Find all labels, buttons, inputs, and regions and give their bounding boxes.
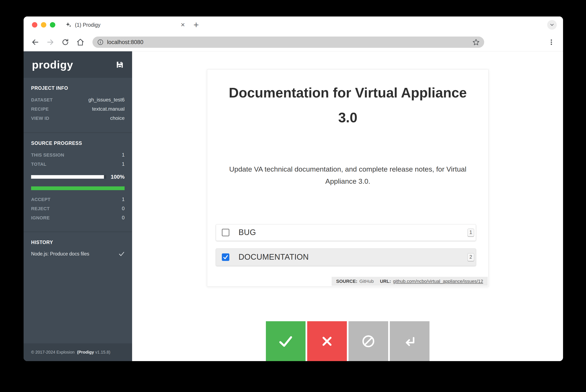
bookmark-star-icon[interactable] [473, 38, 480, 46]
check-icon [222, 254, 229, 260]
meta-source-value: GitHub [359, 279, 374, 284]
page-content: prodigy PROJECT INFO DATASET gh_issues_t… [23, 51, 563, 361]
browser-menu-button[interactable] [547, 38, 556, 47]
reject-button[interactable] [307, 321, 347, 361]
source-progress-section: SOURCE PROGRESS THIS SESSION 1 TOTAL 1 1… [23, 133, 132, 232]
sidebar-header: prodigy [23, 51, 132, 78]
url-text: localhost:8080 [107, 39, 473, 46]
annotation-area: Documentation for Virtual Appliance 3.0 … [132, 51, 563, 361]
info-row-view-id: VIEW ID choice [31, 114, 125, 123]
maximize-window-button[interactable] [50, 22, 55, 28]
total-progress-bar [31, 186, 125, 190]
option-documentation[interactable]: DOCUMENTATION 2 [216, 248, 476, 266]
save-icon[interactable] [116, 61, 124, 69]
task-text: Update VA technical documentation, and c… [223, 163, 473, 188]
section-title: HISTORY [31, 240, 125, 245]
action-buttons [266, 321, 430, 361]
check-icon [277, 332, 295, 350]
checkbox-checked[interactable] [222, 254, 229, 261]
browser-tab[interactable]: (1) Prodigy ✕ [65, 22, 186, 28]
kebab-menu-icon [548, 38, 555, 46]
forward-button[interactable] [46, 38, 55, 47]
sidebar-footer: © 2017-2024 Explosion (Prodigy v1.15.8) [23, 343, 132, 361]
address-row: localhost:8080 [23, 33, 563, 51]
address-bar[interactable]: localhost:8080 [92, 36, 484, 48]
meta-url-link[interactable]: github.com/ncbo/virtual_appliance/issues… [393, 279, 483, 284]
session-progress-bar: 100% [31, 174, 125, 180]
annotation-card: Documentation for Virtual Appliance 3.0 … [207, 69, 489, 286]
home-icon [76, 38, 84, 46]
chevron-down-icon [549, 22, 555, 28]
ignore-button[interactable] [349, 321, 388, 361]
tab-strip: (1) Prodigy ✕ + [23, 16, 563, 33]
reload-button[interactable] [61, 38, 70, 47]
browser-chevron-button[interactable] [547, 20, 557, 30]
task-title: Documentation for Virtual Appliance 3.0 [228, 80, 468, 130]
forward-arrow-icon [46, 38, 54, 46]
minimize-window-button[interactable] [41, 22, 46, 28]
browser-window: (1) Prodigy ✕ + localhost:8080 [23, 16, 563, 361]
accept-button[interactable] [266, 321, 306, 361]
count-row-reject: REJECT 0 [31, 204, 125, 213]
task-meta: SOURCE: GitHub URL: github.com/ncbo/virt… [332, 277, 488, 286]
reload-icon [61, 38, 69, 46]
section-title: PROJECT INFO [31, 85, 125, 91]
tab-close-icon[interactable]: ✕ [179, 22, 186, 28]
section-title: SOURCE PROGRESS [31, 140, 125, 146]
info-row-recipe: RECIPE textcat.manual [31, 104, 125, 114]
window-controls [32, 22, 55, 28]
info-row-dataset: DATASET gh_issues_test6 [31, 95, 125, 104]
keyboard-shortcut-badge: 2 [468, 253, 474, 261]
back-arrow-icon [31, 38, 39, 46]
count-row-accept: ACCEPT 1 [31, 195, 125, 204]
prodigy-logo: prodigy [32, 58, 73, 71]
option-bug[interactable]: BUG 1 [216, 224, 476, 241]
new-tab-button[interactable]: + [193, 20, 199, 30]
choice-options: BUG 1 DOCUMENTATION 2 [216, 224, 476, 266]
checkbox-unchecked[interactable] [222, 229, 229, 236]
project-info-section: PROJECT INFO DATASET gh_issues_test6 REC… [23, 78, 132, 133]
progress-row-session: THIS SESSION 1 [31, 150, 125, 160]
ban-icon [360, 333, 377, 350]
sidebar: prodigy PROJECT INFO DATASET gh_issues_t… [23, 51, 132, 361]
close-window-button[interactable] [32, 22, 37, 28]
history-item[interactable]: Node.js: Produce docs files [31, 251, 125, 257]
count-row-ignore: IGNORE 0 [31, 213, 125, 222]
undo-icon [401, 332, 418, 350]
tab-title: (1) Prodigy [75, 22, 179, 28]
sparkle-icon [65, 22, 71, 28]
progress-percent: 100% [111, 174, 125, 180]
home-button[interactable] [76, 38, 85, 47]
progress-row-total: TOTAL 1 [31, 160, 125, 169]
history-section: HISTORY Node.js: Produce docs files [23, 232, 132, 343]
check-icon [118, 251, 125, 257]
undo-button[interactable] [390, 321, 430, 361]
cross-icon [319, 333, 335, 350]
info-icon [97, 39, 104, 46]
progress-fill [31, 175, 104, 179]
keyboard-shortcut-badge: 1 [468, 228, 474, 236]
back-button[interactable] [31, 38, 40, 47]
